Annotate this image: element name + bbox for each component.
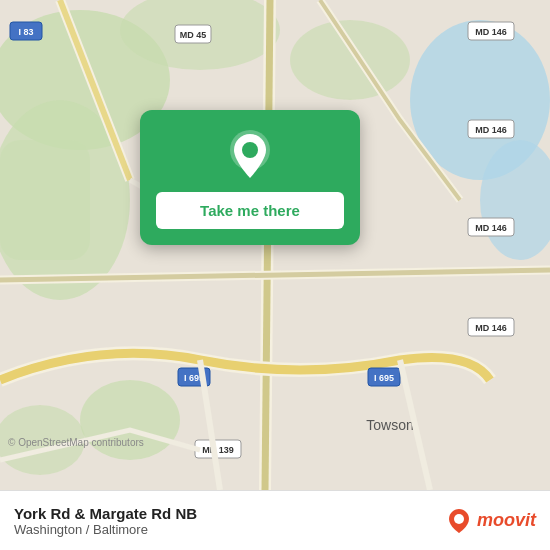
moovit-pin-icon [445, 507, 473, 535]
moovit-logo: moovit [445, 507, 536, 535]
svg-text:I 83: I 83 [18, 27, 33, 37]
map-popup: Take me there [140, 110, 360, 245]
svg-text:MD 139: MD 139 [202, 445, 234, 455]
location-info: York Rd & Margate Rd NB Washington / Bal… [14, 505, 197, 537]
map-pin-icon [224, 130, 276, 182]
svg-text:I 695: I 695 [374, 373, 394, 383]
svg-text:Towson: Towson [366, 417, 413, 433]
svg-text:MD 146: MD 146 [475, 323, 507, 333]
svg-rect-5 [0, 140, 90, 260]
svg-point-31 [454, 514, 464, 524]
take-me-there-button[interactable]: Take me there [156, 192, 344, 229]
svg-text:MD 146: MD 146 [475, 125, 507, 135]
svg-point-30 [242, 142, 258, 158]
copyright-text: © OpenStreetMap contributors [8, 437, 144, 448]
svg-point-6 [80, 380, 180, 460]
svg-text:MD 146: MD 146 [475, 223, 507, 233]
moovit-wordmark: moovit [477, 510, 536, 531]
svg-text:MD 45: MD 45 [180, 30, 207, 40]
map-container: MD 45 I 83 MD 146 MD 146 MD 146 MD 146 I… [0, 0, 550, 490]
svg-point-4 [290, 20, 410, 100]
location-name: York Rd & Margate Rd NB [14, 505, 197, 522]
info-bar: York Rd & Margate Rd NB Washington / Bal… [0, 490, 550, 550]
region-name: Washington / Baltimore [14, 522, 197, 537]
svg-text:MD 146: MD 146 [475, 27, 507, 37]
